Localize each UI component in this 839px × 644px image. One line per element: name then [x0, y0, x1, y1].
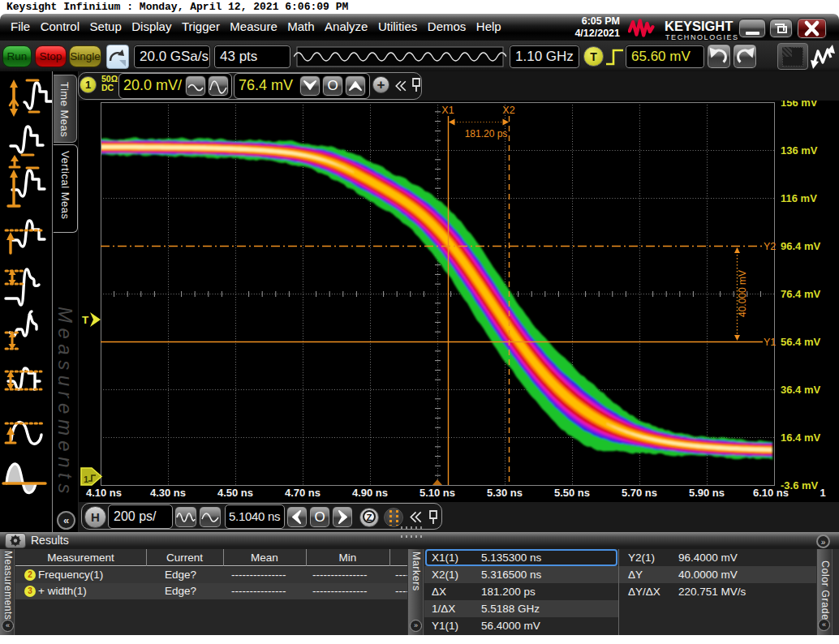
svg-text:116 mV: 116 mV: [781, 192, 817, 204]
svg-text:5.90 ns: 5.90 ns: [689, 487, 725, 499]
svg-text:Y2: Y2: [764, 241, 776, 252]
svg-text:4.50 ns: 4.50 ns: [217, 487, 253, 499]
svg-text:136 mV: 136 mV: [781, 144, 818, 157]
svg-text:1: 1: [820, 487, 825, 499]
svg-text:76.4 mV: 76.4 mV: [781, 288, 820, 300]
svg-text:96.4 mV: 96.4 mV: [781, 240, 820, 252]
svg-text:5.50 ns: 5.50 ns: [554, 487, 590, 499]
svg-text:X1: X1: [441, 105, 454, 116]
svg-text:4.30 ns: 4.30 ns: [150, 487, 186, 499]
svg-text:T: T: [82, 314, 89, 326]
svg-text:4.70 ns: 4.70 ns: [285, 487, 321, 499]
svg-text:5.30 ns: 5.30 ns: [487, 487, 523, 499]
svg-text:36.4 mV: 36.4 mV: [781, 384, 820, 396]
svg-text:6.10 ns: 6.10 ns: [753, 487, 789, 499]
svg-text:4.10 ns: 4.10 ns: [86, 487, 122, 499]
svg-text:4.90 ns: 4.90 ns: [352, 487, 388, 499]
svg-text:56.4 mV: 56.4 mV: [781, 336, 820, 348]
svg-text:181.20 ps: 181.20 ps: [465, 128, 508, 140]
svg-text:1: 1: [84, 474, 88, 484]
svg-text:156 mV: 156 mV: [781, 101, 818, 109]
svg-text:5.10 ns: 5.10 ns: [420, 487, 455, 499]
svg-text:5.70 ns: 5.70 ns: [622, 487, 657, 499]
svg-text:X2: X2: [502, 105, 514, 116]
svg-text:16.4 mV: 16.4 mV: [781, 431, 820, 444]
svg-text:40.000 mV: 40.000 mV: [737, 270, 748, 317]
svg-text:Y1: Y1: [764, 337, 776, 348]
